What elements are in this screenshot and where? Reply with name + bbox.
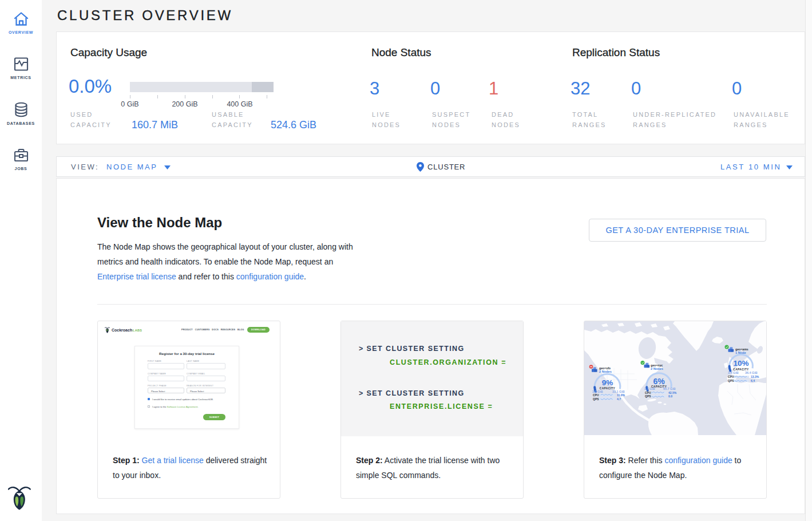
svg-text:geo=nyc: geo=nyc: [651, 364, 663, 367]
svg-text:QPS: QPS: [728, 379, 734, 382]
svg-text:CPU: CPU: [728, 375, 734, 378]
svg-text:CPU: CPU: [593, 393, 599, 397]
svg-text:36.4 GiB: 36.4 GiB: [745, 371, 758, 374]
svg-text:6.4: 6.4: [751, 379, 755, 382]
svg-text:3.7 GiB: 3.7 GiB: [644, 387, 655, 390]
svg-text:QPS: QPS: [645, 394, 651, 398]
svg-text:9%: 9%: [602, 378, 613, 387]
svg-text:42.5%: 42.5%: [668, 391, 677, 394]
svg-text:4.7: 4.7: [617, 397, 621, 401]
svg-text:QPS: QPS: [593, 397, 599, 401]
svg-text:11.0%: 11.0%: [617, 393, 625, 397]
svg-text:6%: 6%: [653, 377, 665, 386]
svg-text:geo=ams: geo=ams: [735, 348, 748, 351]
svg-text:0.0: 0.0: [668, 394, 672, 398]
svg-text:3.2 GiB: 3.2 GiB: [592, 390, 603, 393]
svg-text:13.3%: 13.3%: [751, 375, 759, 378]
svg-text:10%: 10%: [733, 359, 748, 368]
svg-text:2 Nodes: 2 Nodes: [599, 370, 612, 373]
svg-text:CPU: CPU: [645, 391, 651, 394]
svg-text:CAPACITY: CAPACITY: [733, 368, 749, 371]
svg-text:33.1 GiB: 33.1 GiB: [612, 390, 625, 393]
svg-text:65.7 GiB: 65.7 GiB: [663, 387, 676, 390]
svg-text:2 Nodes: 2 Nodes: [651, 367, 663, 370]
svg-text:3.6 GiB: 3.6 GiB: [728, 371, 739, 374]
